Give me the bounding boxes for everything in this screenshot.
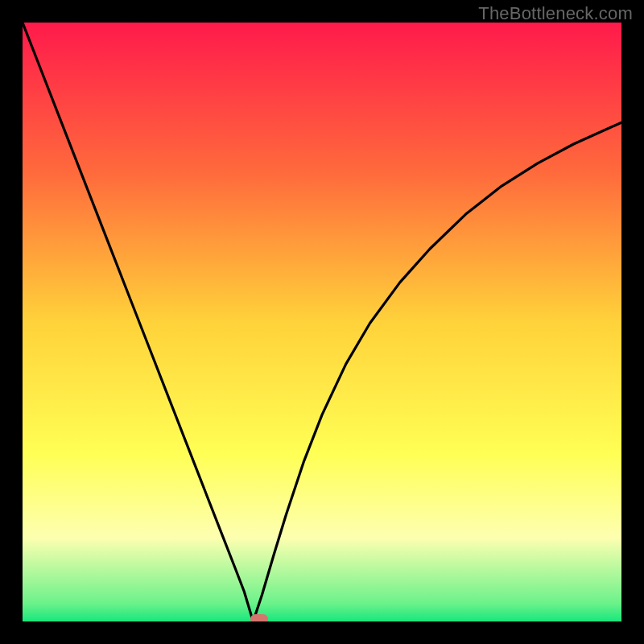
valley-marker [250,614,268,621]
chart-background [23,23,621,621]
chart-plot-area [23,23,621,621]
chart-frame: TheBottleneck.com [0,0,644,644]
watermark-text: TheBottleneck.com [478,3,633,24]
chart-svg [23,23,621,621]
